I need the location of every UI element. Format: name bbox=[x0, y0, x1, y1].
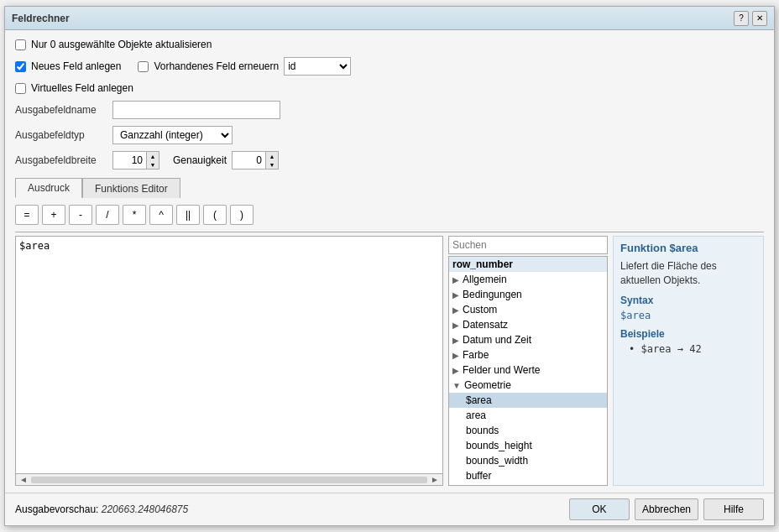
close-titlebar-btn[interactable]: ✕ bbox=[752, 11, 767, 26]
allgemein-label: Allgemein bbox=[463, 274, 507, 285]
ausgabefeldtyp-select[interactable]: Ganzzahl (integer) Dezimalzahl (double) … bbox=[112, 126, 233, 144]
virtuell-checkbox[interactable] bbox=[15, 83, 26, 94]
bounds-height-label: bounds_height bbox=[466, 440, 532, 451]
tree-item-buffer[interactable]: buffer bbox=[449, 468, 607, 483]
vorhandenes-row: Vorhandenes Feld erneuern id bbox=[138, 55, 351, 77]
datum-und-zeit-label: Datum und Zeit bbox=[463, 334, 531, 346]
tabs-row: Ausdruck Funktions Editor bbox=[15, 178, 764, 198]
ausgabe-preview: Ausgabevorschau: 220663.248046875 bbox=[15, 503, 188, 515]
geometrie-triangle: ▼ bbox=[452, 381, 461, 390]
op-multiply-btn[interactable]: * bbox=[123, 205, 146, 225]
content-area: Nur 0 ausgewählte Objekte aktualisieren … bbox=[5, 30, 774, 493]
info-syntax-title: Syntax bbox=[620, 295, 756, 306]
felder-triangle: ▶ bbox=[452, 366, 459, 375]
farbe-label: Farbe bbox=[463, 349, 489, 361]
op-close-paren-btn[interactable]: ) bbox=[230, 205, 254, 225]
bounds-width-label: bounds_width bbox=[466, 455, 528, 467]
ausgabefeldname-row: Ausgabefeldname bbox=[15, 99, 764, 121]
search-input[interactable] bbox=[448, 236, 608, 254]
buffer-label: buffer bbox=[466, 470, 491, 482]
op-open-paren-btn[interactable]: ( bbox=[203, 205, 227, 225]
tree-item-bounds-width[interactable]: bounds_width bbox=[449, 453, 607, 468]
ausgabefeldbreite-row: Ausgabefeldbreite ▲ ▼ Genauigkeit ▲ ▼ bbox=[15, 149, 764, 171]
tab-funktions-editor[interactable]: Funktions Editor bbox=[82, 178, 180, 198]
genauigkeit-spinner: ▲ ▼ bbox=[232, 151, 279, 170]
custom-triangle: ▶ bbox=[452, 305, 459, 315]
genauigkeit-input[interactable] bbox=[232, 151, 265, 170]
nur0-checkbox[interactable] bbox=[15, 39, 26, 50]
datum-triangle: ▶ bbox=[452, 336, 459, 345]
tree-item-allgemein[interactable]: ▶ Allgemein bbox=[449, 272, 607, 287]
datensatz-label: Datensatz bbox=[463, 319, 508, 331]
tree-item-datum-und-zeit[interactable]: ▶ Datum und Zeit bbox=[449, 332, 607, 347]
neuesfeld-row: Neues Feld anlegen bbox=[15, 55, 121, 77]
ok-button[interactable]: OK bbox=[569, 498, 630, 520]
tree-item-custom[interactable]: ▶ Custom bbox=[449, 302, 607, 317]
area-dollar-label: $area bbox=[466, 394, 492, 406]
ausgabe-value: 220663.248046875 bbox=[102, 503, 188, 515]
neuesfeld-checkbox[interactable] bbox=[15, 61, 26, 72]
tab-ausdruck[interactable]: Ausdruck bbox=[15, 178, 82, 198]
tree-item-farbe[interactable]: ▶ Farbe bbox=[449, 347, 607, 362]
virtuell-label: Virtuelles Feld anlegen bbox=[31, 82, 133, 94]
hilfe-button[interactable]: Hilfe bbox=[703, 498, 764, 520]
tree-item-bedingungen[interactable]: ▶ Bedingungen bbox=[449, 287, 607, 302]
search-and-tree: row_number ▶ Allgemein ▶ Bedingungen ▶ C… bbox=[448, 236, 608, 486]
op-equals-btn[interactable]: = bbox=[15, 205, 39, 225]
ausgabefeldbreite-spinner: ▲ ▼ bbox=[112, 151, 159, 170]
op-divide-btn[interactable]: / bbox=[96, 205, 119, 225]
tree-item-bounds-height[interactable]: bounds_height bbox=[449, 438, 607, 453]
genauigkeit-up[interactable]: ▲ bbox=[266, 152, 278, 160]
op-minus-btn[interactable]: - bbox=[69, 205, 92, 225]
tree-item-area-dollar[interactable]: $area bbox=[449, 393, 607, 408]
vorhandenes-select[interactable]: id bbox=[284, 57, 351, 76]
info-panel: Funktion $area Liefert die Fläche des ak… bbox=[613, 236, 764, 486]
centroid-label: centroid bbox=[466, 485, 502, 486]
op-power-btn[interactable]: ^ bbox=[149, 205, 173, 225]
expression-scrollbar[interactable]: ◄ ► bbox=[15, 474, 443, 486]
ausgabefeldbreite-up[interactable]: ▲ bbox=[147, 152, 159, 160]
ausgabefeldbreite-input[interactable] bbox=[112, 151, 146, 170]
ausgabefeldbreite-label: Ausgabefeldbreite bbox=[15, 154, 107, 166]
datensatz-triangle: ▶ bbox=[452, 321, 459, 330]
tree-item-area[interactable]: area bbox=[449, 408, 607, 423]
virtuell-row: Virtuelles Feld anlegen bbox=[15, 81, 764, 96]
op-plus-btn[interactable]: + bbox=[42, 205, 65, 225]
ausgabefeldname-input[interactable] bbox=[112, 101, 280, 119]
tree-list: row_number ▶ Allgemein ▶ Bedingungen ▶ C… bbox=[448, 256, 608, 486]
tree-item-datensatz[interactable]: ▶ Datensatz bbox=[449, 317, 607, 332]
tree-item-row-number[interactable]: row_number bbox=[449, 257, 607, 272]
neuesfeld-label: Neues Feld anlegen bbox=[31, 60, 121, 72]
nur0-row: Nur 0 ausgewählte Objekte aktualisieren bbox=[15, 37, 764, 52]
ausgabefeldtyp-label: Ausgabefeldtyp bbox=[15, 129, 107, 141]
tree-item-felder[interactable]: ▶ Felder und Werte bbox=[449, 362, 607, 378]
expression-textarea[interactable]: $area bbox=[15, 236, 443, 474]
vorhandenes-label: Vorhandenes Feld erneuern bbox=[154, 60, 279, 72]
titlebar-controls: ? ✕ bbox=[734, 11, 767, 26]
genauigkeit-label: Genauigkeit bbox=[173, 154, 227, 166]
ausgabe-label: Ausgabevorschau: bbox=[15, 503, 98, 515]
allgemein-triangle: ▶ bbox=[452, 275, 459, 284]
titlebar: Feldrechner ? ✕ bbox=[5, 7, 774, 30]
tree-item-geometrie[interactable]: ▼ Geometrie bbox=[449, 378, 607, 393]
help-titlebar-btn[interactable]: ? bbox=[734, 11, 749, 26]
operators-row: = + - / * ^ || ( ) bbox=[15, 201, 764, 228]
ausgabefeldbreite-spinner-btns: ▲ ▼ bbox=[146, 151, 159, 170]
info-beispiele-title: Beispiele bbox=[620, 328, 756, 340]
vorhandenes-checkbox[interactable] bbox=[138, 61, 149, 72]
tree-item-centroid[interactable]: centroid bbox=[449, 483, 607, 486]
main-area: $area ◄ ► row_number ▶ bbox=[15, 232, 764, 486]
genauigkeit-spinner-btns: ▲ ▼ bbox=[265, 151, 279, 170]
window-title: Feldrechner bbox=[12, 13, 70, 24]
abbrechen-button[interactable]: Abbrechen bbox=[635, 498, 698, 520]
op-concat-btn[interactable]: || bbox=[176, 205, 200, 225]
genauigkeit-down[interactable]: ▼ bbox=[266, 160, 278, 169]
bedingungen-triangle: ▶ bbox=[452, 290, 459, 300]
ausgabefeldbreite-down[interactable]: ▼ bbox=[147, 160, 159, 169]
ausgabefeldtyp-row: Ausgabefeldtyp Ganzzahl (integer) Dezima… bbox=[15, 124, 764, 146]
tree-item-bounds[interactable]: bounds bbox=[449, 423, 607, 438]
bedingungen-label: Bedingungen bbox=[463, 289, 522, 300]
main-window: Feldrechner ? ✕ Nur 0 ausgewählte Objekt… bbox=[4, 6, 775, 526]
bounds-label: bounds bbox=[466, 425, 499, 436]
second-row: Neues Feld anlegen Vorhandenes Feld erne… bbox=[15, 55, 764, 77]
